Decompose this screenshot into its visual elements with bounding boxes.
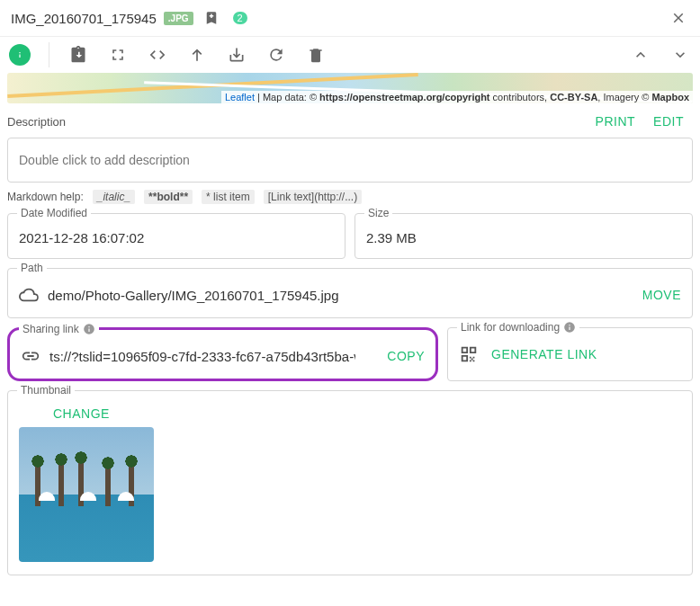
date-modified-field: Date Modified 2021-12-28 16:07:02 bbox=[7, 213, 346, 259]
header-bar: IMG_20160701_175945 .JPG 2 bbox=[0, 0, 700, 36]
sharing-link-field: Sharing link ts://?tslid=10965f09-c7fd-2… bbox=[7, 327, 438, 381]
generate-link-button[interactable]: GENERATE LINK bbox=[491, 347, 597, 361]
chevron-down-icon[interactable] bbox=[669, 44, 691, 66]
date-modified-value: 2021-12-28 16:07:02 bbox=[19, 230, 144, 245]
description-input[interactable]: Double click to add description bbox=[7, 138, 693, 183]
chevron-up-icon[interactable] bbox=[630, 44, 651, 66]
thumbnail-image[interactable] bbox=[19, 427, 154, 562]
path-value: demo/Photo-Gallery/IMG_20160701_175945.j… bbox=[48, 288, 339, 303]
delete-icon[interactable] bbox=[305, 44, 327, 66]
markdown-help: Markdown help: _italic_ **bold** * list … bbox=[7, 190, 693, 204]
copy-button[interactable]: COPY bbox=[387, 349, 425, 363]
info-icon[interactable] bbox=[83, 323, 95, 335]
link-icon bbox=[21, 346, 40, 366]
refresh-icon[interactable] bbox=[265, 44, 287, 66]
map-attribution: Leaflet | Map data: © https://openstreet… bbox=[221, 91, 693, 103]
download-link-field: Link for downloading GENERATE LINK bbox=[447, 327, 693, 381]
leaflet-link[interactable]: Leaflet bbox=[225, 92, 255, 102]
map-preview[interactable]: Leaflet | Map data: © https://openstreet… bbox=[7, 73, 693, 103]
code-icon[interactable] bbox=[147, 44, 168, 66]
thumbnail-section: Thumbnail CHANGE bbox=[7, 390, 693, 575]
close-icon[interactable] bbox=[668, 7, 689, 29]
description-label: Description bbox=[7, 115, 66, 129]
filename: IMG_20160701_175945 bbox=[11, 11, 157, 26]
print-button[interactable]: PRINT bbox=[587, 111, 645, 132]
qr-icon bbox=[459, 344, 479, 364]
size-value: 2.39 MB bbox=[366, 230, 417, 245]
change-thumbnail-button[interactable]: CHANGE bbox=[19, 403, 119, 424]
save-icon[interactable] bbox=[226, 44, 247, 66]
bookmark-add-icon[interactable] bbox=[201, 7, 222, 29]
tag-count-badge[interactable]: 2 bbox=[233, 12, 247, 24]
move-button[interactable]: MOVE bbox=[642, 288, 681, 302]
sharing-link-value[interactable]: ts://?tslid=10965f09-c7fd-2333-fc67-a75d… bbox=[49, 349, 355, 364]
upload-icon[interactable] bbox=[186, 44, 208, 66]
info-icon[interactable] bbox=[563, 321, 576, 334]
toolbar bbox=[0, 36, 700, 73]
size-field: Size 2.39 MB bbox=[354, 213, 693, 259]
divider bbox=[49, 42, 49, 67]
cloud-icon bbox=[19, 285, 39, 305]
path-field: Path demo/Photo-Gallery/IMG_20160701_175… bbox=[7, 268, 693, 318]
clipboard-download-icon[interactable] bbox=[67, 44, 89, 66]
edit-button[interactable]: EDIT bbox=[644, 111, 693, 132]
info-status-icon[interactable] bbox=[9, 44, 31, 66]
ext-badge: .JPG bbox=[164, 12, 193, 25]
fullscreen-icon[interactable] bbox=[107, 44, 129, 66]
